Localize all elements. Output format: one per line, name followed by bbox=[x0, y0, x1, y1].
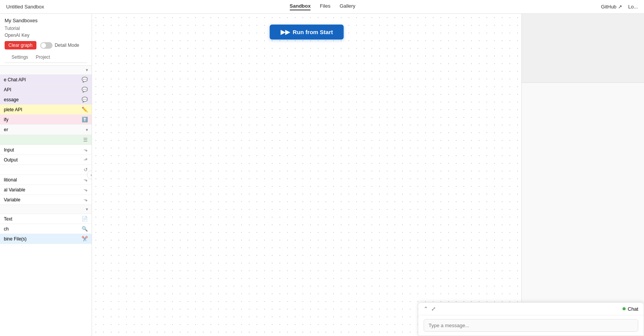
play-icon: ▶▶ bbox=[281, 28, 290, 36]
chat-header: ⌃ ⤢ Chat bbox=[418, 303, 644, 315]
list-item[interactable]: bine File(s) ✂️ bbox=[0, 234, 92, 244]
main-layout: My Sandboxes Tutorial OpenAI Key Clear g… bbox=[0, 14, 644, 336]
right-panel-top bbox=[522, 14, 644, 83]
sidebar-controls: Clear graph Detail Mode bbox=[5, 41, 87, 49]
list-item[interactable]: Variable ⬎ bbox=[0, 195, 92, 205]
chat-title: Chat bbox=[623, 306, 638, 312]
list-item[interactable]: ↺ bbox=[0, 165, 92, 175]
search-icon: 🔍 bbox=[82, 226, 88, 232]
menu-icon: ☰ bbox=[83, 137, 88, 143]
variable-icon: ⬎ bbox=[84, 187, 88, 193]
list-item[interactable]: ch 🔍 bbox=[0, 224, 92, 234]
app-title: Untitled Sandbox bbox=[6, 4, 44, 10]
nav-right: GitHub ↗ Lo... bbox=[601, 4, 638, 10]
github-link[interactable]: GitHub ↗ bbox=[601, 4, 622, 10]
output-icon: ⬏ bbox=[84, 157, 88, 163]
sidebar-tabs: Settings Project bbox=[5, 53, 87, 63]
section-text-header[interactable]: ▾ bbox=[0, 205, 92, 214]
main-canvas[interactable]: ▶▶ Run from Start bbox=[92, 14, 521, 336]
sidebar-top: My Sandboxes Tutorial OpenAI Key Clear g… bbox=[0, 14, 92, 66]
list-item[interactable]: e Chat API 💬 bbox=[0, 75, 92, 85]
detail-mode-toggle[interactable] bbox=[40, 42, 53, 49]
sidebar-scroll: ▾ e Chat API 💬 API 💬 essage 💬 plete API … bbox=[0, 66, 92, 336]
list-item[interactable]: ☰ bbox=[0, 135, 92, 145]
input-icon: ⬎ bbox=[84, 147, 88, 153]
list-item[interactable]: plete API ✏️ bbox=[0, 105, 92, 115]
chevron-down-icon: ▾ bbox=[86, 207, 88, 211]
text-icon: 📄 bbox=[82, 216, 88, 222]
sidebar: My Sandboxes Tutorial OpenAI Key Clear g… bbox=[0, 14, 92, 336]
list-item[interactable]: Input ⬎ bbox=[0, 145, 92, 155]
chat-icon: 💬 bbox=[82, 77, 88, 82]
list-item[interactable]: Output ⬏ bbox=[0, 155, 92, 165]
nav-gallery[interactable]: Gallery bbox=[340, 3, 355, 10]
edit-icon: ✏️ bbox=[82, 107, 88, 112]
list-item[interactable]: API 💬 bbox=[0, 85, 92, 95]
chevron-down-icon: ▾ bbox=[86, 68, 88, 72]
chevron-down-icon: ▾ bbox=[86, 128, 88, 132]
list-item[interactable]: ify ⬆️ bbox=[0, 115, 92, 125]
chat-input-area bbox=[418, 315, 644, 336]
right-panel bbox=[521, 14, 644, 336]
login-link[interactable]: Lo... bbox=[628, 4, 638, 10]
section-helper-label: er bbox=[4, 127, 8, 132]
combine-icon: ✂️ bbox=[82, 236, 88, 242]
chat-fullscreen-icon[interactable]: ⤢ bbox=[431, 306, 436, 312]
run-from-start-button[interactable]: ▶▶ Run from Start bbox=[270, 25, 344, 40]
tab-project[interactable]: Project bbox=[32, 53, 54, 63]
chat-title-label: Chat bbox=[628, 306, 638, 312]
detail-mode-label: Detail Mode bbox=[55, 43, 79, 48]
chat-status-dot bbox=[623, 307, 626, 310]
list-item[interactable]: essage 💬 bbox=[0, 95, 92, 105]
chat-panel: ⌃ ⤢ Chat bbox=[418, 302, 644, 336]
section-llm-header[interactable]: ▾ bbox=[0, 66, 92, 75]
chat-collapse-icon[interactable]: ⌃ bbox=[424, 306, 428, 312]
share-icon: ⬆️ bbox=[82, 117, 88, 122]
tab-settings[interactable]: Settings bbox=[8, 53, 32, 63]
refresh-icon: ↺ bbox=[84, 167, 88, 173]
chat-input[interactable] bbox=[424, 319, 638, 332]
clear-graph-button[interactable]: Clear graph bbox=[5, 41, 36, 49]
top-navigation: Untitled Sandbox Sandbox Files Gallery G… bbox=[0, 0, 644, 14]
section-helper-header[interactable]: er ▾ bbox=[0, 125, 92, 135]
chat-icon: 💬 bbox=[82, 87, 88, 92]
list-item[interactable]: litional ⬎ bbox=[0, 175, 92, 185]
my-sandboxes-link[interactable]: My Sandboxes bbox=[5, 18, 87, 23]
nav-sandbox[interactable]: Sandbox bbox=[290, 3, 311, 10]
toggle-knob bbox=[41, 43, 46, 48]
chat-icon: 💬 bbox=[82, 97, 88, 102]
list-item[interactable]: Text 📄 bbox=[0, 214, 92, 224]
openai-key-label[interactable]: OpenAI Key bbox=[5, 33, 87, 38]
nav-files[interactable]: Files bbox=[320, 3, 330, 10]
var-icon: ⬎ bbox=[84, 197, 88, 203]
tutorial-label: Tutorial bbox=[5, 26, 87, 31]
run-from-start-label: Run from Start bbox=[293, 29, 333, 35]
conditional-icon: ⬎ bbox=[84, 177, 88, 183]
chat-header-left: ⌃ ⤢ bbox=[424, 306, 436, 312]
list-item[interactable]: al Variable ⬎ bbox=[0, 185, 92, 195]
detail-mode-row: Detail Mode bbox=[40, 42, 79, 49]
nav-links: Sandbox Files Gallery bbox=[290, 3, 356, 10]
